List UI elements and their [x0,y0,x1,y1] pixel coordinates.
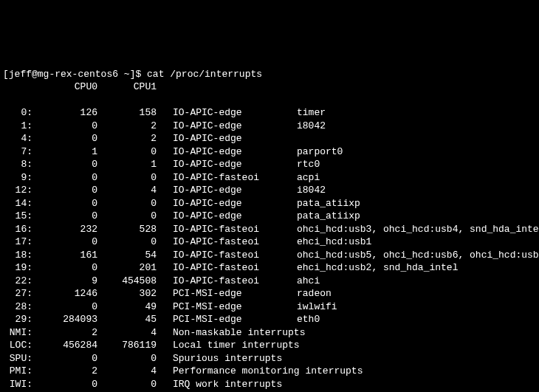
table-row: SPU:00Spurious interrupts [3,352,536,365]
irq-label: 28: [3,300,32,314]
cpu1-count: 2 [97,120,157,133]
irq-type: IO-APIC-fasteoi [157,171,276,185]
cpu0-count: 232 [32,223,97,236]
irq-type: IO-APIC-edge [157,132,276,145]
table-row: 8:01IO-APIC-edgertc0 [3,158,536,171]
irq-type: IO-APIC-edge [157,120,276,133]
cpu0-count: 456284 [32,339,97,352]
irq-label: IWI: [3,378,32,391]
cpu0-count: 2 [32,326,97,340]
header-cpu1: CPU1 [97,80,157,94]
irq-label: 12: [3,184,32,197]
cpu1-count: 0 [97,210,157,223]
cpu1-count: 0 [97,145,157,159]
cpu1-count: 45 [97,313,157,326]
cpu1-count: 302 [97,287,157,300]
table-row: 4:02IO-APIC-edge [3,132,536,145]
cpu1-count: 4 [97,365,157,378]
irq-label: 1: [3,120,32,133]
interrupt-rows: 0:126158IO-APIC-edgetimer1:02IO-APIC-edg… [3,106,536,392]
irq-type: IO-APIC-edge [157,184,276,197]
irq-label: 18: [3,249,32,262]
cpu0-count: 0 [32,352,97,365]
irq-name: pata_atiixp [276,197,360,210]
irq-type: Non-maskable interrupts [157,326,305,340]
cpu0-count: 0 [32,171,97,185]
irq-type: Spurious interrupts [157,352,282,365]
cpu1-count: 0 [97,352,157,365]
table-row: 9:00IO-APIC-fasteoiacpi [3,171,536,185]
irq-name: timer [276,106,326,120]
irq-label: NMI: [3,326,32,340]
irq-type: IO-APIC-fasteoi [157,261,276,275]
irq-type: IO-APIC-edge [157,197,276,210]
cpu0-count: 9 [32,275,97,288]
irq-name: parport0 [276,145,343,159]
irq-type: Performance monitoring interrupts [157,365,363,378]
irq-name: ohci_hcd:usb5, ohci_hcd:usb6, ohci_hcd:u… [276,249,539,262]
irq-type: PCI-MSI-edge [157,300,276,314]
table-row: PMI:24Performance monitoring interrupts [3,365,536,378]
irq-label: 16: [3,223,32,236]
irq-name: radeon [276,287,332,300]
table-row: 17:00IO-APIC-fasteoiehci_hcd:usb1 [3,235,536,249]
table-row: 15:00IO-APIC-edgepata_atiixp [3,210,536,223]
irq-type: PCI-MSI-edge [157,313,276,326]
table-row: 0:126158IO-APIC-edgetimer [3,106,536,120]
cpu1-count: 158 [97,106,157,120]
irq-label: 9: [3,171,32,185]
irq-label: 7: [3,145,32,159]
irq-name: ehci_hcd:usb2, snd_hda_intel [276,261,458,275]
cpu1-count: 786119 [97,339,157,352]
table-row: NMI:24Non-maskable interrupts [3,326,536,340]
cpu1-count: 1 [97,158,157,171]
cpu0-count: 0 [32,158,97,171]
cpu1-count: 49 [97,300,157,314]
irq-type: IRQ work interrupts [157,378,282,391]
header-cpu0: CPU0 [32,80,97,94]
cpu1-count: 528 [97,223,157,236]
irq-type: IO-APIC-edge [157,145,276,159]
cpu0-count: 161 [32,249,97,262]
terminal-output: [jeff@mg-rex-centos6 ~]$ cat /proc/inter… [3,55,536,392]
cpu0-count: 0 [32,132,97,145]
irq-name: pata_atiixp [276,210,360,223]
cpu1-count: 0 [97,378,157,391]
irq-name: rtc0 [276,158,320,171]
cpu1-count: 4 [97,326,157,340]
cpu0-count: 0 [32,197,97,210]
irq-type: IO-APIC-edge [157,106,276,120]
table-row: IWI:00IRQ work interrupts [3,378,536,391]
table-row: LOC:456284786119Local timer interrupts [3,339,536,352]
cpu0-count: 1 [32,145,97,159]
irq-label: 4: [3,132,32,145]
irq-label: 8: [3,158,32,171]
irq-type: IO-APIC-fasteoi [157,275,276,288]
cpu0-count: 0 [32,378,97,391]
irq-name: i8042 [276,184,326,197]
irq-name: ohci_hcd:usb3, ohci_hcd:usb4, snd_hda_in… [276,223,539,236]
cpu0-count: 0 [32,235,97,249]
irq-name: iwlwifi [276,300,337,314]
irq-label: 27: [3,287,32,300]
cpu1-count: 2 [97,132,157,145]
cpu1-count: 0 [97,197,157,210]
table-row: 29:28409345PCI-MSI-edgeeth0 [3,313,536,326]
table-row: 22:9454508IO-APIC-fasteoiahci [3,275,536,288]
irq-label: 17: [3,235,32,249]
header-row: CPU0CPU1 [3,80,536,94]
table-row: 19:0201IO-APIC-fasteoiehci_hcd:usb2, snd… [3,261,536,275]
irq-label: 14: [3,197,32,210]
table-row: 14:00IO-APIC-edgepata_atiixp [3,197,536,210]
table-row: 12:04IO-APIC-edgei8042 [3,184,536,197]
irq-label: 19: [3,261,32,275]
irq-label: 0: [3,106,32,120]
irq-name: eth0 [276,313,320,326]
irq-type: IO-APIC-fasteoi [157,223,276,236]
cpu0-count: 284093 [32,313,97,326]
cpu1-count: 201 [97,261,157,275]
cpu1-count: 4 [97,184,157,197]
table-row: 27:1246302PCI-MSI-edgeradeon [3,287,536,300]
cpu0-count: 0 [32,261,97,275]
irq-label: 15: [3,210,32,223]
